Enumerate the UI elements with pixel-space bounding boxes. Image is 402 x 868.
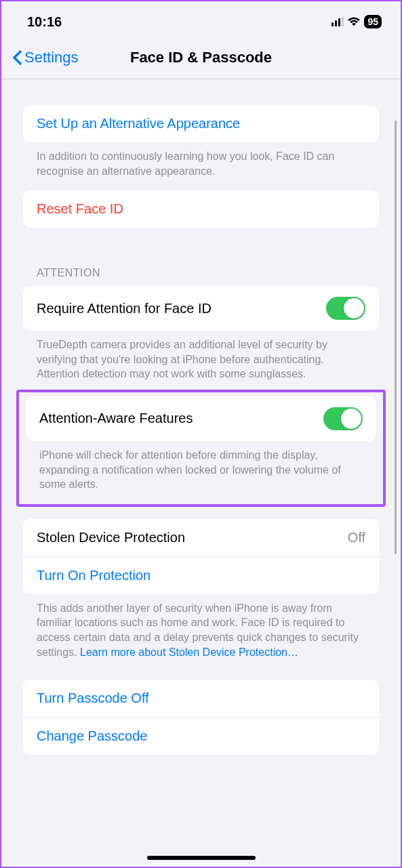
attention-aware-label: Attention-Aware Features [39,411,193,426]
turn-passcode-off-label: Turn Passcode Off [37,690,149,706]
setup-alternative-appearance-button[interactable]: Set Up an Alternative Appearance [23,105,379,142]
stolen-footer: This adds another layer of security when… [23,594,379,659]
cellular-signal-icon [331,17,344,26]
stolen-device-protection-row[interactable]: Stolen Device Protection Off [23,519,379,557]
page-title: Face ID & Passcode [130,49,272,66]
status-bar: 10:16 95 [1,1,401,38]
require-attention-toggle[interactable] [326,297,365,320]
learn-more-link[interactable]: Learn more about Stolen Device Protectio… [80,646,298,658]
turn-on-protection-label: Turn On Protection [37,568,150,583]
content-area: Set Up an Alternative Appearance In addi… [1,79,401,755]
change-passcode-label: Change Passcode [37,728,147,744]
attention-aware-footer: iPhone will check for attention before d… [26,441,376,492]
highlight-attention-aware: Attention-Aware Features iPhone will che… [16,390,386,507]
require-attention-footer: TrueDepth camera provides an additional … [23,331,379,381]
navigation-bar: Settings Face ID & Passcode [1,38,401,79]
require-attention-label: Require Attention for Face ID [37,301,212,316]
battery-indicator: 95 [364,15,382,28]
setup-alt-footer: In addition to continuously learning how… [23,142,379,178]
home-indicator[interactable] [147,856,256,860]
attention-header: ATTENTION [23,267,379,286]
back-button[interactable]: Settings [12,49,79,66]
status-icons: 95 [331,15,382,28]
reset-face-id-label: Reset Face ID [37,201,123,217]
back-label: Settings [24,49,79,66]
attention-aware-row[interactable]: Attention-Aware Features [26,396,376,441]
change-passcode-button[interactable]: Change Passcode [23,718,379,755]
stolen-label: Stolen Device Protection [37,530,185,545]
turn-on-protection-button[interactable]: Turn On Protection [23,557,379,594]
turn-passcode-off-button[interactable]: Turn Passcode Off [23,680,379,718]
require-attention-row[interactable]: Require Attention for Face ID [23,286,379,331]
attention-aware-toggle[interactable] [323,407,363,430]
chevron-left-icon [12,50,22,65]
reset-face-id-button[interactable]: Reset Face ID [23,190,379,228]
setup-alt-label: Set Up an Alternative Appearance [37,116,240,131]
scrollbar[interactable] [395,121,397,554]
status-time: 10:16 [27,14,62,30]
wifi-icon [347,17,361,27]
stolen-value: Off [348,530,365,545]
